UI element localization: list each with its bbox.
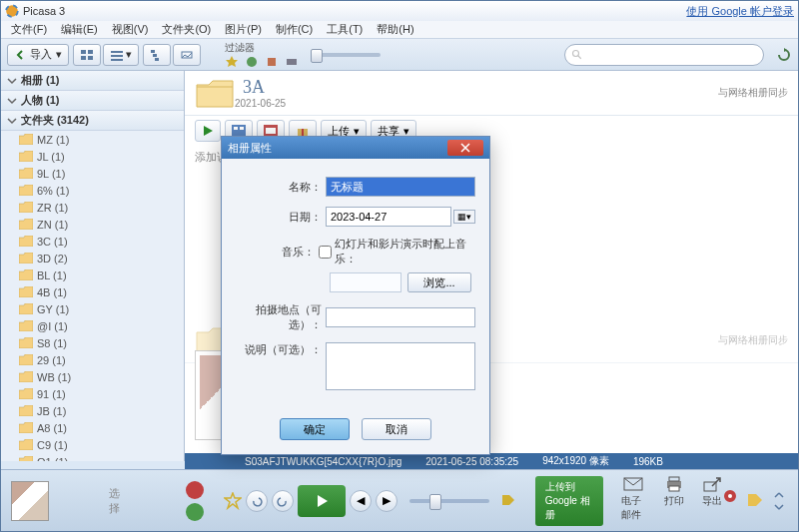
status-dims: 942x1920 像素 <box>542 454 609 468</box>
name-input[interactable] <box>326 177 475 197</box>
export-button[interactable]: 导出 <box>702 476 722 526</box>
sidebar-folder-item[interactable]: 6% (1) <box>1 182 184 199</box>
sidebar-folder-item[interactable]: Q1 (1) <box>1 453 184 461</box>
music-checkbox[interactable] <box>319 246 332 259</box>
google-upload-button[interactable]: 上传到 Google 相册 <box>535 476 603 526</box>
status-size: 196KB <box>633 456 663 467</box>
status-filename: S03AFJTWUKKG[54CXX{7R}O.jpg <box>245 456 401 467</box>
sidebar-folder-item[interactable]: ZR (1) <box>1 199 184 216</box>
geo-filter-icon[interactable] <box>265 55 279 69</box>
svg-point-30 <box>728 494 732 498</box>
sidebar-folder-item[interactable]: ZN (1) <box>1 216 184 233</box>
date-picker-button[interactable]: ▦▾ <box>453 210 475 224</box>
sidebar-folder-item[interactable]: 91 (1) <box>1 385 184 402</box>
sidebar-folder-item[interactable]: 3C (1) <box>1 233 184 250</box>
next-button[interactable]: ▶ <box>376 490 398 512</box>
star-icon[interactable] <box>224 492 242 510</box>
dialog-titlebar[interactable]: 相册属性 <box>222 137 489 159</box>
geo-pin-icon[interactable] <box>722 489 738 513</box>
svg-rect-6 <box>111 51 123 53</box>
app-title: Picasa 3 <box>23 5 65 17</box>
green-dot-button[interactable] <box>186 503 204 521</box>
svg-rect-20 <box>240 127 244 130</box>
sidebar-section-people[interactable]: 人物 (1) <box>1 91 184 111</box>
view-list-button[interactable]: ▾ <box>103 44 139 66</box>
status-bar: S03AFJTWUKKG[54CXX{7R}O.jpg 2021-06-25 0… <box>185 453 798 469</box>
rotate-right-button[interactable] <box>272 490 294 512</box>
svg-rect-4 <box>81 56 86 60</box>
expand-icon[interactable] <box>772 491 786 511</box>
print-button[interactable]: 打印 <box>664 476 684 526</box>
menu-file[interactable]: 文件(F) <box>5 21 53 38</box>
sidebar-folder-item[interactable]: WB (1) <box>1 368 184 385</box>
status-time: 2021-06-25 08:35:25 <box>425 456 518 467</box>
picasa-logo-icon <box>5 4 19 18</box>
album-properties-dialog: 相册属性 名称： 日期： ▦▾ 音乐： 幻灯片和影片演示时配上音乐： 浏览...… <box>221 136 490 455</box>
red-dot-button[interactable] <box>186 481 204 499</box>
sidebar-folder-item[interactable]: 9L (1) <box>1 165 184 182</box>
tag-icon[interactable] <box>501 494 515 508</box>
chevron-down-icon <box>5 114 19 128</box>
location-label: 拍摄地点（可选）： <box>236 302 326 332</box>
sidebar-folder-item[interactable]: 29 (1) <box>1 351 184 368</box>
export-icon <box>702 476 722 492</box>
ok-button[interactable]: 确定 <box>280 418 350 440</box>
view-flat-button[interactable] <box>173 44 201 66</box>
import-button[interactable]: 导入 ▾ <box>7 44 69 66</box>
select-label: 选择 <box>109 486 126 516</box>
sidebar-folder-item[interactable]: S8 (1) <box>1 334 184 351</box>
chevron-down-icon <box>5 74 19 88</box>
thumb-size-slider[interactable] <box>311 53 381 57</box>
grid-icon <box>80 49 94 61</box>
sync-label[interactable]: 与网络相册同步 <box>718 86 788 100</box>
zoom-slider[interactable] <box>409 499 489 503</box>
sidebar-section-folders[interactable]: 文件夹 (3142) <box>1 111 184 131</box>
rotate-left-button[interactable] <box>246 490 268 512</box>
location-input[interactable] <box>326 307 475 327</box>
sidebar-folder-item[interactable]: 4B (1) <box>1 283 184 300</box>
sidebar-folder-item[interactable]: JL (1) <box>1 148 184 165</box>
sidebar-folder-item[interactable]: A8 (1) <box>1 419 184 436</box>
menu-help[interactable]: 帮助(H) <box>371 21 419 38</box>
browse-button[interactable]: 浏览... <box>407 272 471 292</box>
view-thumb-button[interactable] <box>73 44 101 66</box>
sidebar-folder-item[interactable]: GY (1) <box>1 300 184 317</box>
google-login-link[interactable]: 使用 Google 帐户登录 <box>686 4 794 19</box>
arrow-left-icon <box>14 49 26 61</box>
tray-thumbnail[interactable] <box>11 481 49 521</box>
sidebar-folder-item[interactable]: @I (1) <box>1 317 184 334</box>
email-button[interactable]: 电子邮件 <box>621 476 646 526</box>
sidebar-section-albums[interactable]: 相册 (1) <box>1 71 184 91</box>
menu-folder[interactable]: 文件夹(O) <box>156 21 217 38</box>
view-tree-button[interactable] <box>143 44 171 66</box>
dialog-close-button[interactable] <box>447 140 483 156</box>
sidebar-folder-item[interactable]: 3D (2) <box>1 250 184 266</box>
play-button[interactable] <box>195 120 221 142</box>
sidebar-folder-item[interactable]: C9 (1) <box>1 436 184 453</box>
album-title: 3A <box>243 77 286 98</box>
menu-image[interactable]: 图片(P) <box>219 21 268 38</box>
svg-rect-10 <box>153 54 157 57</box>
music-path-display <box>330 272 401 292</box>
face-filter-icon[interactable] <box>245 55 259 69</box>
refresh-icon[interactable] <box>776 47 792 63</box>
prev-button[interactable]: ◀ <box>350 490 372 512</box>
chevron-down-icon <box>5 94 19 108</box>
svg-rect-22 <box>266 128 276 134</box>
date-input[interactable] <box>326 207 451 227</box>
tag-icon[interactable] <box>746 492 764 510</box>
menu-edit[interactable]: 编辑(E) <box>55 21 104 38</box>
sidebar-folder-item[interactable]: MZ (1) <box>1 131 184 148</box>
sidebar-folder-item[interactable]: BL (1) <box>1 266 184 283</box>
slideshow-button[interactable] <box>298 485 346 517</box>
cancel-button[interactable]: 取消 <box>362 418 431 440</box>
svg-rect-8 <box>111 59 123 61</box>
tag-filter-icon[interactable] <box>285 55 299 69</box>
menu-tools[interactable]: 工具(T) <box>321 21 369 38</box>
menu-view[interactable]: 视图(V) <box>106 21 155 38</box>
menu-create[interactable]: 制作(C) <box>270 21 319 38</box>
search-input[interactable] <box>564 44 764 66</box>
star-filter-icon[interactable] <box>225 55 239 69</box>
sidebar-folder-item[interactable]: JB (1) <box>1 402 184 419</box>
desc-textarea[interactable] <box>326 342 475 390</box>
